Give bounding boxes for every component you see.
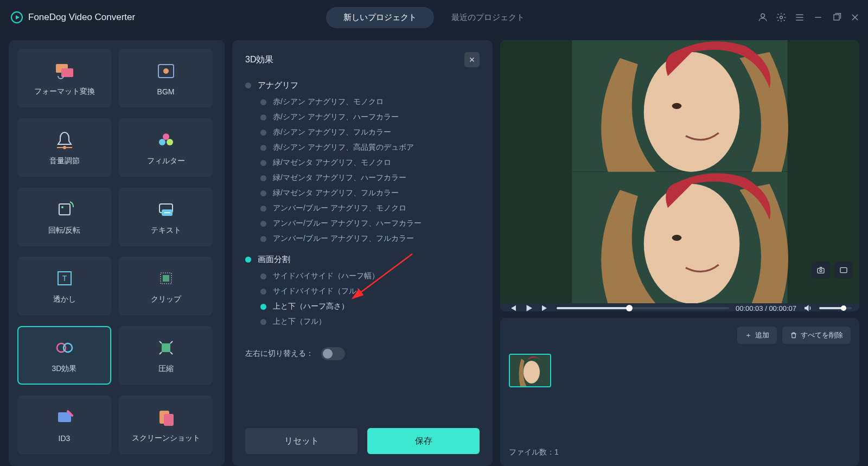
swap-toggle[interactable] <box>321 347 345 360</box>
svg-rect-37 <box>818 269 824 273</box>
tool-label: 3D効果 <box>52 364 77 374</box>
tool-convert[interactable]: フォーマット変換 <box>17 49 111 107</box>
prev-button[interactable] <box>508 303 518 311</box>
option-anaglyph-8[interactable]: アンバー/ブルー アナグリフ、ハーフカラー <box>260 219 480 228</box>
svg-point-8 <box>63 146 66 149</box>
queue-thumbnail[interactable] <box>509 354 551 387</box>
preview-bottom <box>500 172 859 304</box>
option-anaglyph-1[interactable]: 赤/シアン アナグリフ、ハーフカラー <box>260 112 480 122</box>
tool-filter[interactable]: フィルター <box>119 118 213 177</box>
maximize-icon[interactable] <box>831 12 842 23</box>
option-anaglyph-7[interactable]: アンバー/ブルー アナグリフ、モノクロ <box>260 203 480 213</box>
option-anaglyph-9[interactable]: アンバー/ブルー アナグリフ、フルカラー <box>260 234 480 244</box>
option-label: サイドバイサイド（ハーフ幅） <box>273 271 379 281</box>
svg-rect-4 <box>61 68 73 77</box>
screenshot-icon <box>154 406 178 428</box>
svg-point-38 <box>820 270 822 272</box>
panel-close-button[interactable] <box>464 52 480 67</box>
tool-watermark[interactable]: T透かし <box>17 257 111 315</box>
snapshot-icon[interactable] <box>812 262 830 278</box>
swap-label: 左右に切り替える： <box>245 349 314 359</box>
option-label: 上と下（フル） <box>273 317 326 327</box>
tool-clip[interactable]: クリップ <box>119 257 213 315</box>
tool-id3[interactable]: ID3 <box>17 395 111 454</box>
remove-all-button[interactable]: すべてを削除 <box>782 327 851 344</box>
tool-label: クリップ <box>151 295 181 304</box>
option-label: 緑/マゼンタ アナグリフ、ハーフカラー <box>273 173 406 183</box>
scrubber[interactable] <box>557 307 729 309</box>
option-anaglyph-3[interactable]: 赤/シアン アナグリフ、高品質のデュボア <box>260 143 480 152</box>
clip-icon <box>154 267 178 289</box>
tool-label: 圧縮 <box>158 364 174 374</box>
option-label: アンバー/ブルー アナグリフ、ハーフカラー <box>273 219 422 228</box>
group-title: 画面分割 <box>258 254 290 265</box>
option-label: 上と下（ハーフ高さ） <box>273 302 349 311</box>
tool-label: BGM <box>157 87 175 96</box>
option-label: 緑/マゼンタ アナグリフ、フルカラー <box>273 188 399 198</box>
radio-icon <box>260 206 266 212</box>
svg-point-41 <box>524 361 540 384</box>
queue-area: ＋追加 すべてを削除 ファイル数：1 <box>500 318 859 466</box>
svg-rect-23 <box>162 343 170 352</box>
close-icon[interactable] <box>850 12 860 23</box>
radio-icon <box>245 82 251 88</box>
tab-recent-project[interactable]: 最近のプロジェクト <box>434 7 542 28</box>
svg-rect-29 <box>788 40 859 172</box>
tool-label: 音量調節 <box>49 156 80 166</box>
option-anaglyph-4[interactable]: 緑/マゼンタ アナグリフ、モノクロ <box>260 158 480 168</box>
next-button[interactable] <box>540 303 550 311</box>
svg-rect-2 <box>834 15 839 20</box>
reset-button[interactable]: リセット <box>245 428 358 454</box>
option-anaglyph-5[interactable]: 緑/マゼンタ アナグリフ、ハーフカラー <box>260 173 480 183</box>
option-split-2[interactable]: 上と下（ハーフ高さ） <box>260 302 480 311</box>
account-icon[interactable] <box>757 12 768 23</box>
radio-icon <box>260 319 266 325</box>
tool-bgm[interactable]: BGM <box>119 49 213 107</box>
convert-icon <box>53 60 76 81</box>
play-button[interactable] <box>524 303 534 311</box>
svg-point-10 <box>159 139 165 145</box>
volume-slider[interactable] <box>819 307 852 309</box>
tool-3d[interactable]: 3D効果 <box>17 326 111 385</box>
svg-rect-28 <box>500 40 572 172</box>
fullscreen-icon[interactable] <box>834 262 853 278</box>
app-title: FoneDog Video Converter <box>28 12 135 23</box>
option-anaglyph-2[interactable]: 赤/シアン アナグリフ、フルカラー <box>260 127 480 137</box>
minimize-icon[interactable] <box>813 12 824 23</box>
option-label: 赤/シアン アナグリフ、高品質のデュボア <box>273 143 414 152</box>
option-split-3[interactable]: 上と下（フル） <box>260 317 480 327</box>
group-split-header[interactable]: 画面分割 <box>245 254 480 265</box>
svg-rect-34 <box>788 172 859 304</box>
rotate-icon <box>53 199 76 220</box>
save-button[interactable]: 保存 <box>367 428 480 454</box>
option-label: アンバー/ブルー アナグリフ、フルカラー <box>273 234 414 244</box>
option-anaglyph-0[interactable]: 赤/シアン アナグリフ、モノクロ <box>260 97 480 107</box>
panel-title: 3D効果 <box>245 54 273 66</box>
tool-label: ID3 <box>59 434 71 443</box>
settings-icon[interactable] <box>776 12 787 23</box>
tool-screenshot[interactable]: スクリーンショット <box>119 395 213 454</box>
option-anaglyph-6[interactable]: 緑/マゼンタ アナグリフ、フルカラー <box>260 188 480 198</box>
tool-label: フォーマット変換 <box>34 87 95 97</box>
option-label: 赤/シアン アナグリフ、ハーフカラー <box>273 112 399 122</box>
tab-new-project[interactable]: 新しいプロジェクト <box>326 7 434 28</box>
group-anaglyph-header[interactable]: アナグリフ <box>245 80 480 91</box>
option-split-0[interactable]: サイドバイサイド（ハーフ幅） <box>260 271 480 281</box>
tool-rotate[interactable]: 回転/反転 <box>17 188 111 246</box>
preview-area: 00:00:03 / 00:00:07 <box>500 40 859 311</box>
volume-icon[interactable] <box>803 303 813 311</box>
add-button[interactable]: ＋追加 <box>737 327 777 344</box>
svg-point-22 <box>63 343 72 352</box>
tool-label: テキスト <box>151 226 181 235</box>
tool-compress[interactable]: 圧縮 <box>119 326 213 385</box>
tool-volume[interactable]: 音量調節 <box>17 118 111 177</box>
option-split-1[interactable]: サイドバイサイド（フル） <box>260 286 480 296</box>
id3-icon <box>53 407 76 429</box>
radio-icon <box>260 289 266 295</box>
svg-rect-39 <box>840 268 847 273</box>
tool-text[interactable]: テキスト <box>119 188 213 246</box>
tool-label: フィルター <box>147 156 185 166</box>
tool-label: スクリーンショット <box>132 433 200 443</box>
menu-icon[interactable] <box>794 12 805 23</box>
radio-icon <box>260 304 266 310</box>
